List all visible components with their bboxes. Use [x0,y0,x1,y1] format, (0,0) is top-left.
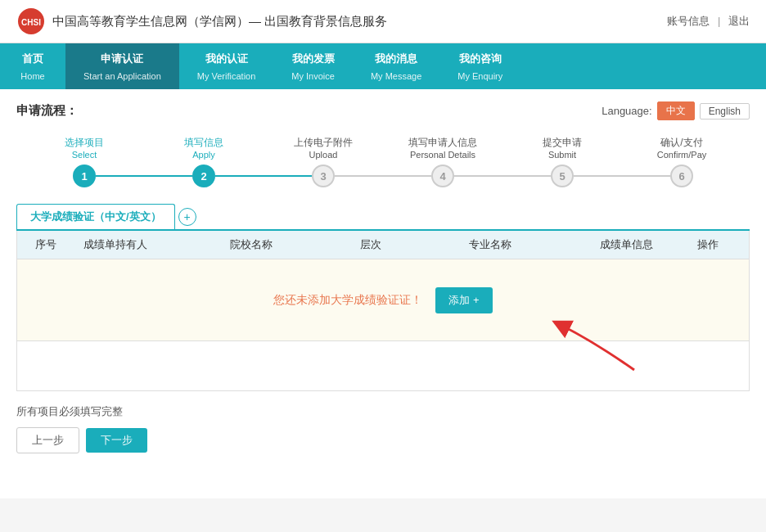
table-col-成绩单信息: 成绩单信息 [577,237,675,252]
nav-label-zh-enquiry: 我的咨询 [459,52,502,66]
step-3: 上传电子附件Upload3 [264,133,383,187]
add-tab-button[interactable]: + [178,208,196,226]
nav-item-invoice[interactable]: 我的发票My Invoice [273,43,353,89]
process-title: 申请流程： [16,103,78,119]
step-label-en-1: Select [72,150,97,160]
nav-label-en-invoice: My Invoice [291,71,335,81]
language-label: Language: [602,105,651,117]
step-4: 填写申请人信息Personal Details4 [383,133,502,187]
nav-item-apply[interactable]: 申请认证Start an Application [65,43,179,89]
footer-note: 所有项目必须填写完整 上一步 下一步 [16,404,750,453]
step-circle-1: 1 [73,165,96,187]
nav-item-myverify[interactable]: 我的认证My Verification [179,43,274,89]
nav-item-enquiry[interactable]: 我的咨询My Enquiry [439,43,520,89]
nav-label-zh-home: 首页 [22,52,43,66]
tab-transcript[interactable]: 大学成绩验证（中文/英文） [16,204,175,229]
nav-label-en-apply: Start an Application [83,71,161,81]
step-label-en-3: Upload [309,150,338,160]
table-header: 序号成绩单持有人院校名称层次专业名称成绩单信息操作 [17,231,749,259]
step-label-zh-2: 填写信息 [184,136,223,150]
step-1: 选择项目Select1 [25,133,144,187]
process-header: 申请流程： Language: 中文 English [16,101,750,120]
logout-link[interactable]: 退出 [728,15,750,27]
site-title: 中国高等教育学生信息网（学信网）— 出国教育背景信息服务 [52,14,387,29]
step-circle-6: 6 [670,165,693,187]
step-label-en-6: Confirm/Pay [657,150,707,160]
nav-label-zh-apply: 申请认证 [101,52,143,66]
required-note: 所有项目必须填写完整 [16,404,750,419]
table-col-操作: 操作 [675,237,741,252]
nav-label-en-message: My Message [371,71,421,81]
lang-zh-button[interactable]: 中文 [657,101,695,120]
step-label-zh-5: 提交申请 [543,136,582,150]
nav-label-zh-invoice: 我的发票 [292,52,335,66]
main-nav: 首页Home申请认证Start an Application我的认证My Ver… [0,43,766,89]
empty-message: 您还未添加大学成绩验证证！ [273,293,422,308]
header: CHSI 中国高等教育学生信息网（学信网）— 出国教育背景信息服务 账号信息 |… [0,0,766,43]
nav-label-en-enquiry: My Enquiry [457,71,502,81]
step-2: 填写信息Apply2 [144,133,264,187]
chsi-logo-icon: CHSI [16,7,46,36]
step-circle-2: 2 [192,165,215,187]
language-switcher: Language: 中文 English [602,101,750,120]
add-record-button[interactable]: 添加 + [435,287,492,313]
step-label-en-2: Apply [192,150,215,160]
step-label-zh-4: 填写申请人信息 [408,136,477,150]
nav-label-zh-message: 我的消息 [375,52,417,66]
steps-container: 选择项目Select1填写信息Apply2上传电子附件Upload3填写申请人信… [16,133,750,187]
table-col-序号: 序号 [25,237,66,252]
nav-item-message[interactable]: 我的消息My Message [353,43,439,89]
nav-item-home[interactable]: 首页Home [0,43,65,89]
nav-label-en-home: Home [20,71,44,81]
prev-button[interactable]: 上一步 [16,427,79,453]
step-circle-4: 4 [431,165,454,187]
step-label-en-4: Personal Details [410,150,475,160]
table-col-专业名称: 专业名称 [403,237,577,252]
nav-label-en-myverify: My Verification [197,71,256,81]
svg-text:CHSI: CHSI [21,18,41,27]
lang-en-button[interactable]: English [700,103,750,119]
step-6: 确认/支付Confirm/Pay6 [622,133,741,187]
nav-label-zh-myverify: 我的认证 [205,52,248,66]
step-5: 提交申请Submit5 [502,133,622,187]
table-col-成绩单持有人: 成绩单持有人 [66,237,164,252]
table-col-层次: 层次 [338,237,403,252]
step-label-zh-6: 确认/支付 [660,136,702,150]
content-area: 申请流程： Language: 中文 English 选择项目Select1填写… [0,89,766,498]
separator: | [718,15,720,27]
next-button[interactable]: 下一步 [86,428,147,453]
action-buttons: 上一步 下一步 [16,427,750,453]
tab-area: 大学成绩验证（中文/英文） + [16,204,750,231]
step-circle-3: 3 [312,165,335,187]
table-col-院校名称: 院校名称 [164,237,338,252]
header-links: 账号信息 | 退出 [667,14,750,29]
step-label-zh-1: 选择项目 [65,136,104,150]
step-label-zh-3: 上传电子附件 [294,136,353,150]
step-circle-5: 5 [551,165,574,187]
logo-area: CHSI 中国高等教育学生信息网（学信网）— 出国教育背景信息服务 [16,7,387,36]
account-link[interactable]: 账号信息 [667,15,710,27]
arrow-icon [536,317,651,374]
step-label-en-5: Submit [548,150,576,160]
arrow-annotation [17,341,749,390]
table-area: 序号成绩单持有人院校名称层次专业名称成绩单信息操作 您还未添加大学成绩验证证！ … [16,231,750,391]
